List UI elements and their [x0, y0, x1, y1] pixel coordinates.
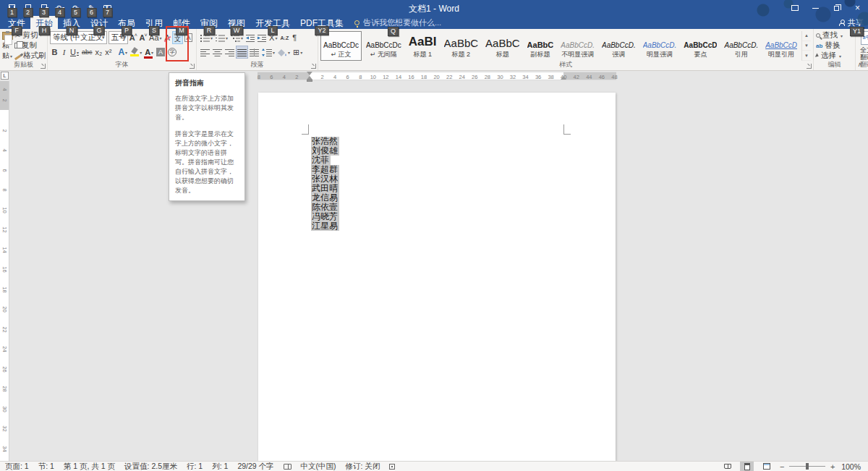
first-line-indent-marker[interactable] — [307, 72, 312, 75]
clipboard-dialog-launcher[interactable] — [41, 64, 46, 69]
bold-button[interactable]: B — [50, 46, 59, 59]
show-hide-marks-button[interactable]: ¶ — [290, 31, 299, 44]
collapse-ribbon-button[interactable]: ∧ — [857, 61, 862, 68]
qat-undo-button[interactable]: ↶▾4 — [54, 1, 66, 14]
style-明显强调[interactable]: AaBbCcD.明显强调 — [640, 31, 680, 61]
tab-审阅[interactable]: 审阅R — [195, 16, 223, 29]
qat-redo-button[interactable]: ↷5 — [69, 1, 82, 14]
status-column[interactable]: 列: 1 — [212, 462, 228, 471]
paragraph-dialog-launcher[interactable] — [311, 64, 316, 69]
style-副标题[interactable]: AaBbC副标题 — [524, 31, 557, 61]
macro-record-icon[interactable] — [389, 464, 395, 470]
replace-icon: ab — [816, 43, 822, 49]
zoom-out-button[interactable]: − — [779, 462, 785, 471]
align-right-button[interactable] — [224, 46, 236, 59]
qat-customize-button[interactable]: ▾ — [106, 4, 109, 10]
document-text-line[interactable]: 江星易 — [311, 221, 339, 231]
qat-ink-button[interactable]: ✎6 — [85, 1, 98, 14]
styles-dialog-launcher[interactable] — [807, 64, 812, 69]
zoom-slider[interactable] — [789, 466, 825, 467]
sort-button[interactable]: A↓Z — [278, 31, 289, 44]
tab-插入[interactable]: 插入N — [58, 16, 85, 29]
tab-stop-selector[interactable]: L — [1, 72, 9, 80]
style-正文[interactable]: AaBbCcDc↵ 正文 — [320, 31, 362, 61]
style-明显引用[interactable]: AaBbCcD明显引用 — [762, 31, 800, 61]
right-indent-marker[interactable] — [561, 76, 566, 80]
status-page[interactable]: 页面: 1 — [5, 462, 29, 471]
restore-button[interactable] — [826, 0, 847, 16]
style-标题[interactable]: AaBbC标题 — [482, 31, 523, 61]
distribute-button[interactable] — [248, 46, 260, 59]
decrease-indent-button[interactable] — [244, 31, 256, 44]
format-painter-button[interactable]: 格式刷 — [14, 51, 46, 61]
strikethrough-button[interactable]: abc — [80, 46, 94, 59]
italic-button[interactable]: I — [59, 46, 69, 59]
find-button[interactable]: 查找▾ — [816, 30, 853, 41]
read-mode-button[interactable] — [720, 462, 734, 471]
character-shading-button[interactable]: A — [155, 46, 166, 59]
tab-布局[interactable]: 布局P — [113, 16, 140, 29]
status-margin[interactable]: 设置值: 2.5厘米 — [124, 462, 177, 471]
zoom-level[interactable]: 100% — [841, 462, 861, 471]
qat-page-button[interactable]: 2 — [22, 1, 34, 14]
close-button[interactable]: × — [847, 0, 868, 16]
hanging-indent-marker[interactable] — [307, 76, 312, 82]
tab-开发工具[interactable]: 开发工具L — [250, 16, 295, 29]
tab-PDF工具集[interactable]: PDF工具集Y2 — [295, 16, 349, 29]
web-layout-icon — [763, 463, 770, 470]
superscript-button[interactable]: x² — [103, 46, 113, 59]
replace-button[interactable]: ab替换 — [816, 41, 853, 51]
tab-引用[interactable]: 引用S — [140, 16, 168, 29]
minimize-button[interactable] — [805, 0, 826, 16]
style-标题 1[interactable]: AaBI标题 1 — [406, 31, 440, 61]
align-center-button[interactable] — [211, 46, 224, 59]
shrink-font-button[interactable]: A˅ — [138, 31, 148, 44]
justify-button[interactable] — [236, 46, 248, 59]
gallery-up-button[interactable]: ▲ — [802, 31, 811, 41]
status-word-count[interactable]: 29/29 个字 — [237, 462, 273, 471]
status-line[interactable]: 行: 1 — [187, 462, 203, 471]
tab-设计[interactable]: 设计G — [85, 16, 113, 29]
style-强调[interactable]: AaBbCcD.强调 — [599, 31, 639, 61]
shading-button[interactable]: ▾ — [276, 46, 292, 59]
numbering-button[interactable]: ▾ — [214, 31, 229, 44]
status-track-changes[interactable]: 修订: 关闭 — [346, 462, 380, 471]
vertical-ruler[interactable]: 42246810121416182022242628303234 — [0, 81, 9, 461]
increase-indent-button[interactable] — [256, 31, 268, 44]
ruler-number: 2 — [1, 96, 8, 104]
proofing-status-icon[interactable] — [284, 464, 292, 470]
gallery-down-button[interactable]: ▼ — [802, 41, 811, 51]
zoom-in-button[interactable]: + — [830, 462, 835, 471]
text-highlight-button[interactable]: ▾ — [129, 46, 143, 59]
zoom-slider-thumb[interactable] — [806, 463, 809, 470]
status-section[interactable]: 节: 1 — [38, 462, 54, 471]
style-不明显强调[interactable]: AaBbCcD.不明显强调 — [558, 31, 597, 61]
style-标题 2[interactable]: AaBbC标题 2 — [441, 31, 482, 61]
document-text-selection[interactable]: 张浩然刘俊雄沈菲李超群张汉林武田晴龙信易陈依壹冯晓芳江星易 — [311, 137, 339, 231]
style-引用[interactable]: AaBbCcD.引用 — [721, 31, 761, 61]
print-layout-button[interactable] — [740, 462, 754, 471]
gallery-more-button[interactable]: ▼ — [802, 51, 811, 61]
select-button[interactable]: 选择▾ — [816, 51, 853, 61]
font-color-button[interactable]: A▾ — [143, 46, 155, 59]
tab-开始[interactable]: 开始H — [30, 16, 58, 29]
qat-export-button[interactable]: 3 — [38, 1, 50, 14]
tab-视图[interactable]: 视图W — [223, 16, 250, 29]
status-language[interactable]: 中文(中国) — [301, 462, 336, 471]
qat-save-button[interactable]: 1 — [6, 1, 18, 14]
tab-文件[interactable]: 文件F — [3, 16, 30, 29]
subscript-button[interactable]: x₂ — [93, 46, 103, 59]
lightbulb-icon — [354, 20, 359, 25]
underline-button[interactable]: U▾ — [69, 46, 80, 59]
copy-button[interactable]: 复制 — [14, 41, 46, 51]
font-dialog-launcher[interactable] — [190, 64, 195, 69]
align-left-button[interactable] — [199, 46, 211, 59]
text-effects-button[interactable]: A▾ — [116, 46, 129, 59]
line-spacing-button[interactable]: ▾ — [260, 46, 276, 59]
ribbon-display-options-button[interactable] — [784, 0, 805, 16]
tell-me-box[interactable]: 告诉我您想要做什么... Q — [349, 16, 447, 29]
borders-button[interactable]: ⊞▾ — [292, 46, 304, 59]
style-要点[interactable]: AaBbCcD要点 — [681, 31, 720, 61]
status-page-of[interactable]: 第 1 页, 共 1 页 — [64, 462, 115, 471]
web-layout-button[interactable] — [760, 462, 773, 471]
